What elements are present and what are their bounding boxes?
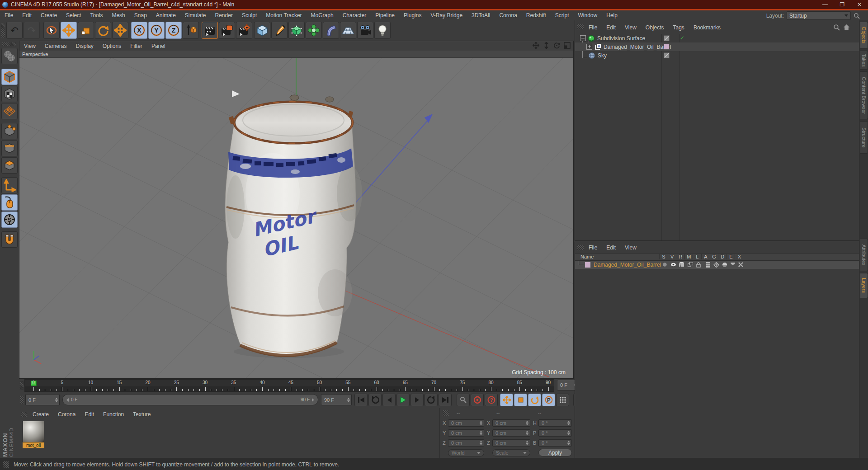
next-frame-button[interactable]: [410, 394, 424, 406]
menu-item[interactable]: File: [0, 12, 18, 19]
undo-button[interactable]: ↶: [6, 22, 23, 39]
manager-icon[interactable]: [688, 262, 693, 267]
tab-takes[interactable]: Takes: [860, 51, 868, 70]
scale-x-field[interactable]: 0 cm: [492, 419, 530, 427]
add-spline-button[interactable]: [271, 22, 288, 39]
record-position-button[interactable]: [500, 394, 513, 406]
viewport-menu-item[interactable]: Cameras: [40, 43, 71, 49]
menu-item[interactable]: Simulate: [180, 12, 211, 19]
layers-column-X[interactable]: X: [735, 254, 743, 259]
layers-column-A[interactable]: A: [701, 254, 710, 259]
layout-dropdown[interactable]: Startup: [787, 11, 851, 20]
autokey-button[interactable]: [471, 394, 484, 406]
tab-objects[interactable]: Objects: [860, 22, 868, 49]
add-bend-button[interactable]: [323, 22, 339, 39]
apply-button[interactable]: Apply: [538, 449, 572, 456]
play-backwards-button[interactable]: [368, 394, 382, 406]
record-scale-button[interactable]: [514, 394, 527, 406]
range-left-arrow-icon[interactable]: [66, 398, 69, 402]
menu-item[interactable]: Redshift: [522, 12, 551, 19]
menu-item[interactable]: Mesh: [107, 12, 129, 19]
rot-h-field[interactable]: 0 °: [538, 419, 572, 427]
material-thumbnail[interactable]: [23, 421, 44, 442]
material-menu-item[interactable]: Create: [28, 411, 53, 418]
toolbar-grip[interactable]: [1, 23, 5, 38]
scale-y-field[interactable]: 0 cm: [492, 429, 530, 437]
menu-item[interactable]: Snap: [130, 12, 151, 19]
pos-y-field[interactable]: 0 cm: [448, 429, 484, 437]
lock-icon[interactable]: [696, 262, 701, 268]
rotate-tool-button[interactable]: [95, 22, 111, 39]
render-view-button[interactable]: [202, 22, 218, 39]
play-cycle-button[interactable]: [425, 394, 438, 406]
range-right-arrow-icon[interactable]: [312, 398, 314, 402]
add-camera-button[interactable]: [357, 22, 373, 39]
layers-column-M[interactable]: M: [684, 254, 693, 259]
tweak-mode-button[interactable]: [1, 194, 18, 211]
viewport-menu-item[interactable]: Panel: [147, 43, 170, 49]
om-menu-item[interactable]: Objects: [641, 24, 669, 31]
scale-mode-dropdown[interactable]: Scale: [492, 449, 530, 456]
current-frame-spinner[interactable]: 0 F: [25, 394, 60, 405]
end-frame-spinner[interactable]: 90 F: [321, 394, 352, 405]
rotate-view-icon[interactable]: [553, 42, 560, 49]
display-tag[interactable]: [664, 35, 670, 41]
material-menu-item[interactable]: Corona: [53, 411, 80, 418]
om-menu-item[interactable]: File: [584, 24, 602, 31]
render-clapper-icon[interactable]: [679, 262, 684, 267]
coord-system-dropdown[interactable]: World: [448, 449, 484, 456]
menu-item[interactable]: Plugins: [399, 12, 426, 19]
add-deformer-button[interactable]: [306, 22, 322, 39]
display-tag[interactable]: [664, 52, 670, 58]
menu-item[interactable]: Select: [61, 12, 85, 19]
layers-menu-item[interactable]: Edit: [602, 244, 620, 251]
close-button[interactable]: ✕: [851, 0, 868, 9]
object-row-sky[interactable]: Sky: [575, 51, 859, 60]
material-tag[interactable]: [664, 44, 670, 50]
pan-view-icon[interactable]: [533, 42, 539, 49]
frame-range-slider[interactable]: 0 F 90 F: [62, 394, 318, 405]
record-rotation-button[interactable]: [528, 394, 541, 406]
coords-grip[interactable]: [443, 410, 449, 416]
solo-icon[interactable]: [662, 262, 667, 267]
search-icon[interactable]: [854, 13, 860, 19]
lock-z-button[interactable]: Z: [165, 22, 182, 39]
texture-mode-button[interactable]: [1, 86, 18, 102]
layer-color-swatch[interactable]: [585, 262, 591, 268]
menu-item[interactable]: MoGraph: [307, 12, 338, 19]
menu-item[interactable]: Pipeline: [371, 12, 399, 19]
move-tool-button[interactable]: [61, 22, 77, 39]
points-mode-button[interactable]: [1, 123, 18, 139]
menu-item[interactable]: Script: [551, 12, 574, 19]
layers-column-L[interactable]: L: [693, 254, 701, 259]
toggle-views-icon[interactable]: [564, 42, 571, 49]
om-menu-item[interactable]: Edit: [602, 24, 620, 31]
oil-barrel-model[interactable]: Motor OIL: [225, 90, 362, 358]
rot-p-field[interactable]: 0 °: [538, 429, 572, 437]
menu-item[interactable]: Create: [36, 12, 61, 19]
render-picture-viewer-button[interactable]: [219, 22, 235, 39]
layers-menu-item[interactable]: File: [584, 244, 602, 251]
record-pla-button[interactable]: [556, 394, 569, 406]
coordinate-system-button[interactable]: [183, 22, 199, 39]
xref-icon[interactable]: [738, 262, 743, 267]
om-search-icon[interactable]: [833, 24, 840, 31]
spinner-arrows-icon[interactable]: [55, 398, 58, 402]
collapse-icon[interactable]: [580, 35, 586, 41]
layers-column-R[interactable]: R: [676, 254, 684, 259]
object-row-subdivision[interactable]: Subdivision Surface ✓: [575, 34, 859, 42]
rot-b-field[interactable]: 0 °: [538, 439, 572, 446]
menu-item[interactable]: Edit: [18, 12, 36, 19]
play-forward-button[interactable]: [396, 394, 410, 406]
generators-icon[interactable]: [713, 262, 719, 268]
enable-snap-button[interactable]: [1, 231, 18, 248]
menu-item[interactable]: V-Ray Bridge: [426, 12, 467, 19]
menu-item[interactable]: Character: [338, 12, 371, 19]
lock-y-button[interactable]: Y: [148, 22, 165, 39]
menu-item[interactable]: Window: [574, 12, 602, 19]
scale-z-field[interactable]: 0 cm: [492, 439, 530, 446]
menu-item[interactable]: Tools: [85, 12, 107, 19]
add-light-button[interactable]: [374, 22, 391, 39]
previous-frame-button[interactable]: [382, 394, 396, 406]
transport-grip[interactable]: [20, 396, 24, 404]
